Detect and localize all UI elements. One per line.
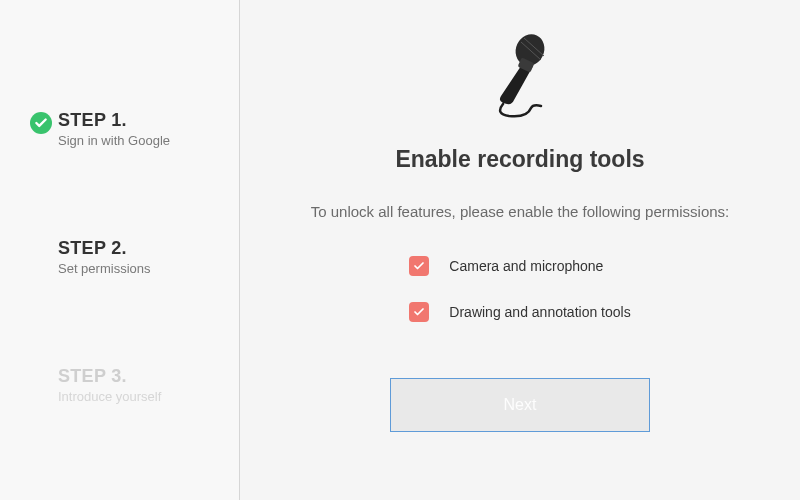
step-title: STEP 2. bbox=[58, 238, 219, 259]
step-title: STEP 3. bbox=[58, 366, 219, 387]
step-subtitle: Set permissions bbox=[58, 261, 219, 276]
step-1: STEP 1. Sign in with Google bbox=[0, 100, 239, 158]
onboarding-dialog: STEP 1. Sign in with Google STEP 2. Set … bbox=[0, 0, 800, 500]
permission-drawing-tools: Drawing and annotation tools bbox=[409, 302, 630, 322]
microphone-icon bbox=[475, 28, 565, 128]
checkbox-drawing-tools[interactable] bbox=[409, 302, 429, 322]
main-panel: Enable recording tools To unlock all fea… bbox=[240, 0, 800, 500]
permission-label: Drawing and annotation tools bbox=[449, 304, 630, 320]
page-subtext: To unlock all features, please enable th… bbox=[311, 203, 730, 220]
permission-camera-mic: Camera and microphone bbox=[409, 256, 630, 276]
step-subtitle: Sign in with Google bbox=[58, 133, 219, 148]
next-button[interactable]: Next bbox=[390, 378, 650, 432]
step-subtitle: Introduce yourself bbox=[58, 389, 219, 404]
step-3: STEP 3. Introduce yourself bbox=[0, 356, 239, 414]
checkbox-camera-mic[interactable] bbox=[409, 256, 429, 276]
check-icon bbox=[30, 112, 52, 134]
step-title: STEP 1. bbox=[58, 110, 219, 131]
steps-sidebar: STEP 1. Sign in with Google STEP 2. Set … bbox=[0, 0, 240, 500]
step-2: STEP 2. Set permissions bbox=[0, 228, 239, 286]
permissions-list: Camera and microphone Drawing and annota… bbox=[409, 256, 630, 348]
page-heading: Enable recording tools bbox=[395, 146, 644, 173]
permission-label: Camera and microphone bbox=[449, 258, 603, 274]
